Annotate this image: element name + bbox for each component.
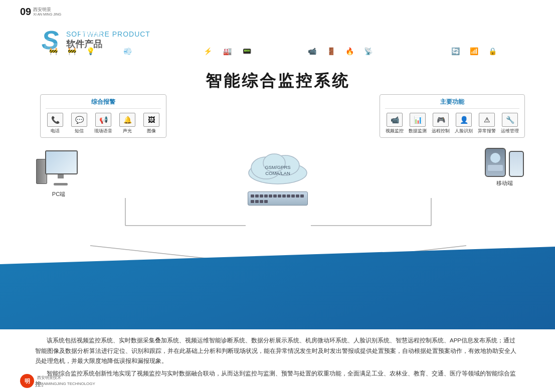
sms-icon: 💬	[71, 113, 87, 127]
phone-device-icon	[509, 151, 524, 177]
production-icon: 🏭	[219, 44, 236, 59]
server-label: 服务器	[430, 60, 444, 66]
router-label: 路由器	[467, 60, 481, 66]
remote-icon: 🎮	[433, 113, 449, 127]
network-switch-device	[248, 191, 308, 206]
data-monitor-title: 数据监测	[158, 30, 273, 40]
page-header: 09 西安明景 XI AN MING JING	[20, 6, 61, 18]
pc-label: PC端	[52, 190, 65, 198]
firewall-label: 防火墙	[486, 60, 499, 66]
server-icon: 🖥	[428, 44, 445, 59]
production-item: 🏭 生产数据	[218, 44, 236, 66]
panoramic-label: 全景视频	[303, 60, 321, 66]
security-monitor-section: 安全监控 📹 全景视频 🚪 门禁 🔥 烟感 📡 红外	[280, 25, 401, 71]
security-monitor-title: 安全监控	[283, 30, 398, 40]
features-items: 📹 视频监控 📊 数据监测 🎮 远程控制 👤 人脸识别 ⚠ 异常报警 🔧 运维管…	[385, 113, 519, 134]
access-item: 🚪 门禁	[322, 44, 339, 66]
pc-base-icon	[54, 183, 68, 185]
data-monitor-items: 🌡 气象传感器 ⚡ 能源数据 🏭 生产数据 📟 设备数据	[158, 44, 273, 66]
feature-face: 👤 人脸识别	[454, 113, 473, 134]
face-icon: 👤	[456, 113, 472, 127]
alarm-item-phone: 📞 电话	[46, 113, 65, 134]
alarm-box: 综合报警 📞 电话 💬 短信 📢 现场语音 🔔 声光 🖼 图像	[40, 94, 166, 138]
feature-video: 📹 视频监控	[385, 113, 404, 134]
video-icon: 📹	[387, 113, 403, 127]
access-label: 门禁	[326, 60, 335, 66]
energy-item: ⚡ 能源数据	[199, 44, 217, 66]
feature-alarm: ⚠ 异常报警	[477, 113, 496, 134]
weather-icon: 🌡	[177, 44, 195, 59]
sound-icon: 🔔	[119, 113, 135, 127]
mobile-label: 移动端	[496, 179, 513, 187]
weather-item: 🌡 气象传感器	[174, 44, 197, 66]
feature-remote: 🎮 远程控制	[431, 113, 450, 134]
equipment-item: 📟 设备数据	[238, 44, 256, 66]
feature-data: 📊 数据监测	[408, 113, 427, 134]
smart-control-items: 🚧 道闸1 🚧 道闸2 💡 灯 ❄ 空调 💨 新风口	[33, 44, 148, 66]
ac-item: ❄ 空调	[100, 44, 117, 66]
infrared-item: 📡 红外	[359, 44, 377, 66]
router-icon: 📶	[465, 44, 482, 59]
switch-item: 🔄 交换机	[447, 44, 464, 66]
light-icon: 💡	[82, 44, 99, 59]
server-item: 🖥 服务器	[428, 44, 445, 66]
switch-label: 交换机	[449, 60, 462, 66]
infrared-icon: 📡	[359, 44, 377, 59]
panoramic-item: 📹 全景视频	[303, 44, 321, 66]
gate1-item: 🚧 道闸1	[45, 44, 62, 66]
firewall-item: 🔒 防火墙	[484, 44, 501, 66]
data-label: 数据监测	[409, 128, 427, 134]
ac-icon: ❄	[100, 44, 117, 59]
face-label: 人脸识别	[455, 128, 473, 134]
equipment-icon: 📟	[238, 44, 255, 59]
equipment-label: 设备数据	[238, 60, 256, 66]
alarm-icon: ⚠	[479, 113, 495, 127]
network-center: GSM/GPRS COMA/LAN	[216, 145, 339, 206]
footer-logo-icon: 明	[20, 374, 34, 388]
smoke-item: 🔥 烟感	[341, 44, 358, 66]
data-monitor-section: 数据监测 🌡 气象传感器 ⚡ 能源数据 🏭 生产数据 📟 设备数据	[155, 25, 276, 71]
bottom-boxes-container: 智能控制 🚧 道闸1 🚧 道闸2 💡 灯 ❄ 空调 💨 新风口	[30, 25, 525, 71]
phone-icon: 📞	[47, 113, 63, 127]
svg-text:COMA/LAN: COMA/LAN	[265, 170, 290, 176]
alarm-items: 📞 电话 💬 短信 📢 现场语音 🔔 声光 🖼 图像	[46, 113, 161, 134]
brand-text: 西安明景 XI AN MING JING	[33, 7, 61, 17]
smart-control-title: 智能控制	[33, 30, 148, 40]
alarm-item-sound: 🔔 声光	[118, 113, 137, 134]
description-para1: 该系统包括视频监控系统、实时数据采集叠加系统、视频运维智能诊断系统、数据分析展示…	[35, 335, 520, 366]
data-icon: 📊	[410, 113, 426, 127]
sms-label: 短信	[75, 128, 84, 134]
alarm-box-title: 综合报警	[46, 98, 161, 109]
security-monitor-items: 📹 全景视频 🚪 门禁 🔥 烟感 📡 红外	[283, 44, 398, 66]
remote-label: 远程控制	[432, 128, 450, 134]
features-box: 主要功能 📹 视频监控 📊 数据监测 🎮 远程控制 👤 人脸识别 ⚠ 异常报警 …	[380, 94, 525, 138]
gate2-item: 🚧 道闸2	[63, 44, 80, 66]
image-label: 图像	[147, 128, 156, 134]
gate1-icon: 🚧	[45, 44, 62, 59]
footer-content: 明 西安明景技术 XIANMINGJING TECHNOLOGY	[20, 374, 95, 388]
mobile-device-block: 移动端	[485, 148, 524, 187]
network-monitor-section: 网络监控 🖥 服务器 🔄 交换机 📶 路由器 🔒 防火墙	[404, 25, 525, 71]
feature-ops: 🔧 运维管理	[500, 113, 519, 134]
light-item: 💡 灯	[82, 44, 99, 66]
alarm-item-image: 🖼 图像	[142, 113, 161, 134]
gate2-label: 道闸2	[66, 60, 78, 66]
sound-label: 声光	[123, 128, 132, 134]
panoramic-icon: 📹	[303, 44, 320, 59]
alarm-item-sms: 💬 短信	[70, 113, 89, 134]
cloud-svg: GSM/GPRS COMA/LAN	[245, 145, 310, 185]
ops-icon: 🔧	[502, 113, 518, 127]
diagram-main-title: 智能综合监控系统	[0, 70, 555, 92]
ops-label: 运维管理	[501, 128, 519, 134]
pc-monitor-icon	[45, 150, 78, 174]
pc-device-block: PC端	[36, 150, 81, 198]
vent-label: 新风口	[121, 60, 134, 66]
access-icon: 🚪	[322, 44, 339, 59]
description-para2: 智能综合监控系统创新性地实现了视频监控与实时数据融合联动，从而达到监控与监测、预…	[35, 368, 520, 389]
kiosk-device-icon	[485, 148, 506, 177]
page-footer: 明 西安明景技术 XIANMINGJING TECHNOLOGY	[20, 374, 95, 388]
network-monitor-title: 网络监控	[407, 30, 522, 40]
video-label: 视频监控	[386, 128, 404, 134]
vent-icon: 💨	[119, 44, 136, 59]
gate1-label: 道闸1	[48, 60, 59, 66]
